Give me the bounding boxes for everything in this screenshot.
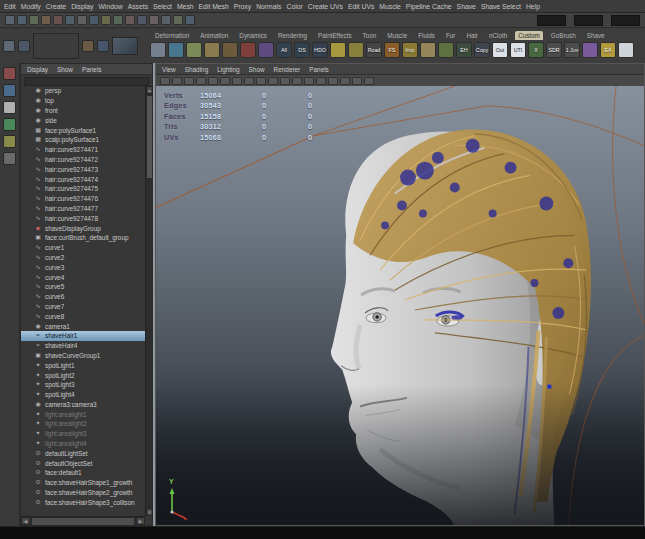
outliner-item[interactable]: ⊙ face:default1 [21, 468, 145, 478]
scroll-left-icon[interactable]: ◀ [21, 517, 30, 525]
viewport-toolbar-icon[interactable] [316, 77, 326, 85]
shelf-button[interactable] [618, 42, 634, 58]
outliner-item[interactable]: ≈ shaveHair1 [21, 331, 145, 341]
outliner-item[interactable]: ∿ hair:curve9274473 [21, 164, 145, 174]
outliner-item[interactable]: ∿ curve6 [21, 292, 145, 302]
menu-item[interactable]: Pipeline Cache [406, 3, 452, 10]
viewport-toolbar-icon[interactable] [328, 77, 338, 85]
shelf-button[interactable]: FS [384, 42, 400, 58]
shelf-button[interactable] [258, 42, 274, 58]
tool-icon[interactable] [3, 135, 16, 148]
status-input-field[interactable] [611, 15, 640, 26]
menu-item[interactable]: Mesh [177, 3, 194, 10]
status-line-icon[interactable] [89, 15, 99, 25]
status-line-icon[interactable] [137, 15, 147, 25]
scroll-up-icon[interactable]: ▲ [146, 86, 153, 94]
outliner-item[interactable]: ✦ light:arealight2 [21, 419, 145, 429]
viewport-menu-item[interactable]: Renderer [274, 66, 301, 73]
status-line-icon[interactable] [161, 15, 171, 25]
shelf-button[interactable]: X [528, 42, 544, 58]
viewport-menu-item[interactable]: Show [249, 66, 265, 73]
viewport-toolbar-icon[interactable] [268, 77, 278, 85]
viewport-menu-item[interactable]: Shading [185, 66, 208, 73]
shelf-tab[interactable]: nCloth [486, 31, 510, 40]
outliner-item[interactable]: ⊙ face:shaveHairShape3_collison [21, 497, 145, 507]
shelf-button[interactable]: DS [294, 42, 310, 58]
shelf-button[interactable] [330, 42, 346, 58]
viewport-toolbar-icon[interactable] [184, 77, 194, 85]
status-line-icon[interactable] [5, 15, 15, 25]
shelf-button[interactable] [222, 42, 238, 58]
menu-item[interactable]: Color [286, 3, 302, 10]
viewport-toolbar-icon[interactable] [196, 77, 206, 85]
shelf-tab[interactable]: Rendering [275, 31, 310, 40]
menu-item[interactable]: Muscle [379, 3, 401, 10]
outliner-item[interactable]: ∿ curve4 [21, 272, 145, 282]
shelf-button[interactable]: Imp [402, 42, 418, 58]
menu-item[interactable]: Display [71, 3, 93, 10]
outliner-item[interactable]: ◉ camera3:camera3 [21, 400, 145, 410]
view-cube-icon[interactable] [3, 40, 15, 52]
outliner-item[interactable]: ∿ hair:curve9274477 [21, 204, 145, 214]
outliner-item[interactable]: ✦ spotLight2 [21, 370, 145, 380]
outliner-menu-item[interactable]: Show [57, 66, 73, 73]
status-line-icon[interactable] [65, 15, 75, 25]
menu-item[interactable]: Create [46, 3, 66, 10]
outliner-item[interactable]: ▣ face:curlBrush_default_group [21, 233, 145, 243]
tool-icon[interactable] [3, 84, 16, 97]
outliner-item[interactable]: ⊙ defaultObjectSet [21, 458, 145, 468]
menu-item[interactable]: Proxy [234, 3, 251, 10]
scroll-down-icon[interactable]: ▼ [146, 508, 153, 516]
outliner-item[interactable]: ▦ scalp:polySurface1 [21, 135, 145, 145]
viewport-3d-view[interactable]: Verts 15064 0 0 Edges 30543 0 0 Faces 15… [156, 86, 644, 525]
tool-icon[interactable] [3, 152, 16, 165]
shelf-tab[interactable]: PaintEffects [315, 31, 355, 40]
status-line-icon[interactable] [29, 15, 39, 25]
shelf-tab[interactable]: Muscle [384, 31, 410, 40]
viewport-toolbar-icon[interactable] [172, 77, 182, 85]
outliner-item[interactable]: ∿ curve7 [21, 302, 145, 312]
tool-icon[interactable] [3, 101, 16, 114]
tool-icon[interactable] [3, 118, 16, 131]
outliner-item[interactable]: ◉ side [21, 115, 145, 125]
shelf-button[interactable] [438, 42, 454, 58]
status-line-icon[interactable] [149, 15, 159, 25]
shelf-button[interactable] [420, 42, 436, 58]
outliner-horizontal-scrollbar[interactable]: ◀ ▶ [21, 516, 145, 525]
outliner-item[interactable]: ∿ curve8 [21, 311, 145, 321]
menu-item[interactable]: Edit UVs [348, 3, 374, 10]
status-line-icon[interactable] [53, 15, 63, 25]
status-line-icon[interactable] [77, 15, 87, 25]
status-line-icon[interactable] [101, 15, 111, 25]
outliner-item[interactable]: ◉ persp [21, 86, 145, 96]
outliner-item[interactable]: ≈ shaveHair4 [21, 341, 145, 351]
outliner-filter-field[interactable] [24, 77, 149, 86]
shelf-button[interactable]: All [276, 42, 292, 58]
viewport-toolbar-icon[interactable] [232, 77, 242, 85]
viewport-toolbar-icon[interactable] [160, 77, 170, 85]
shelf-button[interactable]: SDR [546, 42, 562, 58]
status-input-field[interactable] [537, 15, 566, 26]
viewport-toolbar-icon[interactable] [280, 77, 290, 85]
status-line-icon[interactable] [185, 15, 195, 25]
status-line-icon[interactable] [41, 15, 51, 25]
viewport-toolbar-icon[interactable] [352, 77, 362, 85]
tool-icon[interactable] [3, 67, 16, 80]
outliner-item[interactable]: ▦ face:polySurface1 [21, 125, 145, 135]
shelf-button[interactable] [204, 42, 220, 58]
menu-item[interactable]: Shave [457, 3, 476, 10]
scroll-right-icon[interactable]: ▶ [136, 517, 145, 525]
shelf-button[interactable]: EH [456, 42, 472, 58]
outliner-item[interactable]: ⊙ face:shaveHairShape1_growth [21, 478, 145, 488]
viewport-menu-item[interactable]: Panels [309, 66, 329, 73]
display-layer-icon[interactable] [97, 40, 109, 52]
shelf-button[interactable] [240, 42, 256, 58]
menu-item[interactable]: Create UVs [308, 3, 343, 10]
menu-item[interactable]: Window [98, 3, 122, 10]
outliner-menu-item[interactable]: Panels [82, 66, 102, 73]
outliner-item[interactable]: ◉ front [21, 106, 145, 116]
outliner-item[interactable]: ✦ light:arealight1 [21, 409, 145, 419]
outliner-vertical-scrollbar[interactable]: ▲ ▼ [145, 86, 152, 516]
vertical-scroll-thumb[interactable] [146, 95, 153, 179]
status-line-icon[interactable] [17, 15, 27, 25]
